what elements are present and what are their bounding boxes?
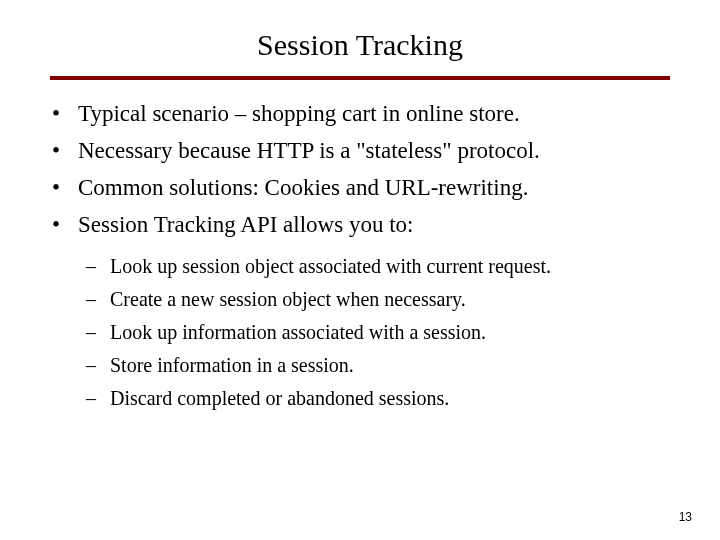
page-number: 13	[679, 510, 692, 524]
dash-marker-icon: –	[86, 285, 110, 314]
sub-bullet-list: – Look up session object associated with…	[50, 252, 670, 413]
bullet-marker-icon: •	[50, 135, 78, 166]
bullet-item: • Common solutions: Cookies and URL-rewr…	[50, 172, 670, 203]
sub-bullet-item: – Look up information associated with a …	[86, 318, 670, 347]
bullet-text: Common solutions: Cookies and URL-rewrit…	[78, 172, 528, 203]
bullet-text: Session Tracking API allows you to:	[78, 209, 413, 240]
title-divider	[50, 76, 670, 80]
bullet-marker-icon: •	[50, 209, 78, 240]
bullet-list: • Typical scenario – shopping cart in on…	[50, 98, 670, 240]
sub-bullet-text: Discard completed or abandoned sessions.	[110, 384, 449, 413]
bullet-marker-icon: •	[50, 172, 78, 203]
bullet-marker-icon: •	[50, 98, 78, 129]
sub-bullet-text: Create a new session object when necessa…	[110, 285, 466, 314]
sub-bullet-text: Look up information associated with a se…	[110, 318, 486, 347]
sub-bullet-item: – Discard completed or abandoned session…	[86, 384, 670, 413]
bullet-item: • Necessary because HTTP is a "stateless…	[50, 135, 670, 166]
dash-marker-icon: –	[86, 252, 110, 281]
bullet-item: • Session Tracking API allows you to:	[50, 209, 670, 240]
bullet-item: • Typical scenario – shopping cart in on…	[50, 98, 670, 129]
sub-bullet-item: – Create a new session object when neces…	[86, 285, 670, 314]
sub-bullet-item: – Store information in a session.	[86, 351, 670, 380]
sub-bullet-text: Store information in a session.	[110, 351, 354, 380]
sub-bullet-item: – Look up session object associated with…	[86, 252, 670, 281]
dash-marker-icon: –	[86, 318, 110, 347]
bullet-text: Necessary because HTTP is a "stateless" …	[78, 135, 540, 166]
dash-marker-icon: –	[86, 384, 110, 413]
dash-marker-icon: –	[86, 351, 110, 380]
slide-title: Session Tracking	[50, 28, 670, 62]
sub-bullet-text: Look up session object associated with c…	[110, 252, 551, 281]
bullet-text: Typical scenario – shopping cart in onli…	[78, 98, 520, 129]
